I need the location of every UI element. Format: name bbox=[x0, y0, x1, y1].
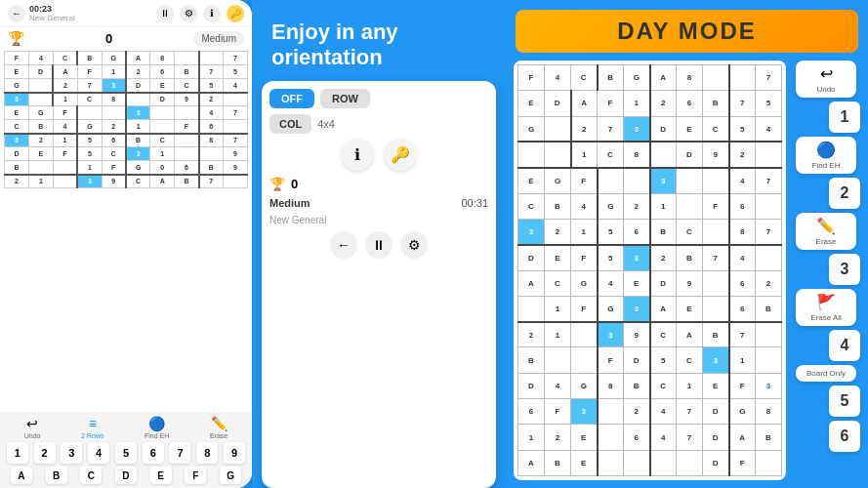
letter-F[interactable]: F bbox=[185, 467, 206, 484]
num-3-side[interactable]: 3 bbox=[829, 254, 860, 285]
header-subtitle: New General bbox=[29, 14, 75, 22]
letter-E[interactable]: E bbox=[150, 467, 172, 484]
num-8[interactable]: 8 bbox=[196, 442, 218, 464]
num-2[interactable]: 2 bbox=[34, 442, 56, 464]
main-title: Enjoy in any orientation bbox=[252, 0, 506, 81]
right-panel: DAY MODE F4CBGA87 EDAF126B75 G273DEC54 1… bbox=[506, 0, 868, 488]
col-toggle[interactable]: COL bbox=[269, 114, 311, 134]
num-1[interactable]: 1 bbox=[7, 442, 28, 464]
find-eh-button[interactable]: 🔵 Find EH bbox=[145, 416, 169, 439]
middle-panel: Enjoy in any orientation OFF ROW COL 4x4… bbox=[252, 0, 506, 488]
preview-score-num: 0 bbox=[291, 177, 298, 191]
back-icon[interactable]: ← bbox=[8, 5, 25, 22]
pause-nav-button[interactable]: ⏸ bbox=[365, 231, 393, 259]
preview-difficulty: Medium bbox=[269, 197, 310, 209]
preview-nav: ← ⏸ ⚙ bbox=[269, 231, 488, 259]
phone-controls: ↩ Undo ≡ 2 Rows 🔵 Find EH ✏️ Erase 1 2 3… bbox=[0, 412, 252, 488]
num-6-side[interactable]: 6 bbox=[829, 421, 860, 452]
rows-button[interactable]: ≡ 2 Rows bbox=[81, 416, 103, 439]
preview-info: Medium 00:31 bbox=[269, 197, 488, 209]
difficulty-badge: Medium bbox=[193, 31, 244, 46]
letter-C[interactable]: C bbox=[80, 467, 102, 484]
letter-B[interactable]: B bbox=[46, 467, 67, 484]
num-4-side[interactable]: 4 bbox=[829, 330, 860, 361]
phone-panel: ← 00:23 New General ⏸ ⚙ ℹ 🔑 🏆 0 Medium F… bbox=[0, 0, 252, 488]
prev-nav-button[interactable]: ← bbox=[330, 231, 357, 259]
main-sudoku-grid: F4CBGA87 EDAF126B75 G273DEC54 1C8D92 EGF… bbox=[517, 64, 782, 476]
num-9[interactable]: 9 bbox=[224, 442, 245, 464]
pause-icon[interactable]: ⏸ bbox=[156, 5, 174, 22]
phone-header: ← 00:23 New General ⏸ ⚙ ℹ 🔑 bbox=[0, 0, 252, 27]
col-row: COL 4x4 bbox=[269, 114, 488, 134]
num-1-side[interactable]: 1 bbox=[829, 102, 860, 133]
erase-button[interactable]: ✏️ Erase bbox=[210, 416, 227, 439]
find-eh-side-button[interactable]: 🔵 Find EH bbox=[796, 137, 856, 174]
key-icon[interactable]: 🔑 bbox=[227, 5, 244, 22]
score-bar: 🏆 0 Medium bbox=[0, 27, 252, 49]
preview-score: 🏆 0 bbox=[269, 177, 488, 191]
num-2-side[interactable]: 2 bbox=[829, 178, 860, 209]
num-5-side[interactable]: 5 bbox=[829, 386, 860, 417]
num-5[interactable]: 5 bbox=[115, 442, 137, 464]
off-toggle[interactable]: OFF bbox=[269, 89, 314, 108]
undo-side-button[interactable]: ↩ Undo bbox=[796, 61, 856, 98]
score-display: 0 bbox=[105, 31, 112, 46]
num-7[interactable]: 7 bbox=[169, 442, 190, 464]
preview-time: 00:31 bbox=[461, 197, 488, 209]
letter-A[interactable]: A bbox=[11, 467, 32, 484]
board-only-button[interactable]: Board Only bbox=[796, 365, 856, 382]
letter-D[interactable]: D bbox=[115, 467, 137, 484]
game-preview: OFF ROW COL 4x4 ℹ 🔑 🏆 0 Medium 00:31 New… bbox=[262, 81, 496, 488]
letter-row: A B C D E F G bbox=[4, 467, 248, 484]
big-grid-wrapper: F4CBGA87 EDAF126B75 G273DEC54 1C8D92 EGF… bbox=[514, 61, 786, 480]
trophy-icon: 🏆 bbox=[8, 30, 24, 46]
side-controls: ↩ Undo 1 🔵 Find EH 2 ✏️ Erase 3 🚩 bbox=[792, 61, 860, 480]
info-circle-icon[interactable]: ℹ bbox=[342, 140, 373, 171]
row-toggle[interactable]: ROW bbox=[320, 89, 370, 108]
key-circle-icon[interactable]: 🔑 bbox=[385, 140, 416, 171]
preview-icons: ℹ 🔑 bbox=[269, 140, 488, 171]
trophy-icon-preview: 🏆 bbox=[269, 177, 285, 191]
game-area: F4CBGA87 EDAF126B75 G273DEC54 1C8D92 EGF… bbox=[506, 53, 868, 488]
num-4[interactable]: 4 bbox=[88, 442, 109, 464]
erase-side-button[interactable]: ✏️ Erase bbox=[796, 213, 856, 250]
header-time: 00:23 bbox=[29, 4, 75, 14]
num-6[interactable]: 6 bbox=[143, 442, 164, 464]
day-mode-text: DAY MODE bbox=[617, 18, 757, 45]
number-row: 1 2 3 4 5 6 7 8 9 bbox=[4, 442, 248, 464]
toggle-row: OFF ROW bbox=[269, 89, 488, 108]
undo-button[interactable]: ↩ Undo bbox=[24, 416, 41, 439]
info-icon[interactable]: ℹ bbox=[203, 5, 221, 22]
erase-all-side-button[interactable]: 🚩 Erase All bbox=[796, 289, 856, 326]
small-grid: F4CBGA87 EDAF126B75 G273DEC54 31C8D92 EG… bbox=[0, 49, 252, 412]
settings-icon[interactable]: ⚙ bbox=[180, 5, 197, 22]
size-label: 4x4 bbox=[317, 118, 335, 130]
day-mode-header: DAY MODE bbox=[516, 10, 858, 53]
preview-name: New General bbox=[269, 215, 488, 225]
settings-nav-button[interactable]: ⚙ bbox=[400, 231, 428, 259]
num-3[interactable]: 3 bbox=[61, 442, 82, 464]
letter-G[interactable]: G bbox=[220, 467, 241, 484]
